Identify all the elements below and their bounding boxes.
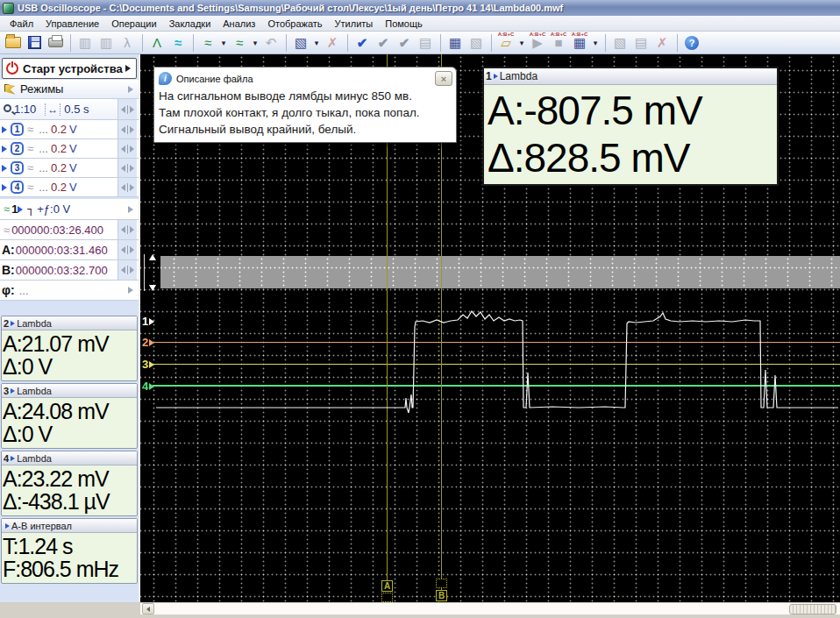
undo-icon[interactable]: ↶ bbox=[261, 33, 281, 53]
stretch-signal-icon[interactable]: ≈ bbox=[230, 33, 249, 53]
macro-stop-icon[interactable]: A:B+C ■ bbox=[549, 33, 568, 53]
cursor-b-row[interactable]: B: 000000:03:32.700 bbox=[0, 260, 139, 281]
phase-label: φ: bbox=[2, 283, 15, 297]
lambda-panel-ch4[interactable]: 4 Lambda A:23.22 mV Δ:-438.1 µV bbox=[1, 451, 138, 516]
search-signal-icon[interactable]: ▧ bbox=[466, 33, 486, 53]
macro-edit-icon[interactable]: A:B+C ▦ bbox=[570, 33, 589, 53]
cursor-b-tag[interactable]: B bbox=[436, 590, 447, 601]
stretch-signal-dropdown-icon[interactable]: ▾ bbox=[251, 33, 260, 53]
macro-open-dropdown-icon[interactable]: ▾ bbox=[517, 33, 526, 53]
panel-arrow-icon bbox=[11, 321, 15, 326]
channel-nav-arrows[interactable] bbox=[117, 139, 137, 158]
trigger-row[interactable]: ≈ 1 ┐ +ƒ:0 V bbox=[0, 199, 139, 220]
start-device-button[interactable]: Старт устройства bbox=[2, 58, 137, 79]
cursor-a-tag[interactable]: A bbox=[381, 580, 393, 592]
modes-arrow-icon[interactable] bbox=[128, 86, 133, 93]
result-close-icon[interactable]: ✗ bbox=[652, 33, 672, 53]
menu-display[interactable]: Отображать bbox=[261, 17, 328, 31]
panel-header[interactable]: 2 Lambda bbox=[2, 316, 137, 330]
channel-number-badge[interactable]: 2 bbox=[11, 142, 24, 155]
menu-operations[interactable]: Операции bbox=[105, 17, 162, 31]
cursor-b-tag-slot[interactable] bbox=[436, 579, 447, 588]
cursor-b-nav-arrows[interactable] bbox=[117, 260, 137, 280]
channel-number-badge[interactable]: 4 bbox=[11, 181, 24, 194]
panel-value-1: T:1.24 s bbox=[3, 535, 136, 558]
menu-file[interactable]: Файл bbox=[4, 17, 39, 31]
panel-arrow-icon bbox=[494, 74, 498, 79]
edit-signal-icon[interactable]: ≈ bbox=[168, 33, 188, 53]
channel-number-badge[interactable]: 3 bbox=[11, 161, 24, 174]
close-view-icon[interactable]: ✗ bbox=[323, 33, 342, 53]
panel-header[interactable]: 4 Lambda bbox=[2, 451, 137, 465]
expand-arrow-icon[interactable] bbox=[125, 65, 131, 72]
channel-nav-arrows[interactable] bbox=[117, 178, 137, 196]
save-fragment-icon[interactable]: ▥ bbox=[75, 33, 95, 53]
accept-icon[interactable]: ✔ bbox=[352, 33, 372, 53]
channel-range-value[interactable]: 0.2 bbox=[51, 181, 67, 194]
result-doc-icon[interactable]: ▤ bbox=[631, 33, 651, 53]
phase-row[interactable]: φ: ... bbox=[0, 281, 139, 301]
cursor-a-tag-slot[interactable] bbox=[381, 593, 393, 602]
signal-tools-icon[interactable]: λ bbox=[117, 33, 137, 53]
result-chart-icon[interactable]: ▧ bbox=[610, 33, 630, 53]
scale-row[interactable]: 1:10 ↔ 0.5 s bbox=[0, 99, 139, 120]
channel-nav-arrows[interactable] bbox=[117, 120, 137, 139]
modes-row[interactable]: Режимы bbox=[0, 80, 139, 99]
channel-range-value[interactable]: 0.2 bbox=[51, 161, 67, 174]
macro-play-icon[interactable]: A:B+C ▶ bbox=[528, 33, 547, 53]
menu-utilities[interactable]: Утилиты bbox=[329, 17, 380, 31]
menu-analysis[interactable]: Анализ bbox=[217, 17, 261, 31]
view-mode-icon[interactable]: ▧ bbox=[291, 33, 310, 53]
channel-1-row[interactable]: 1 ≈ ... 0.2 V bbox=[0, 120, 139, 139]
panel-value-2: Δ:0 V bbox=[3, 423, 136, 445]
panel-header[interactable]: А-В интервал bbox=[2, 519, 137, 533]
lambda-readout-values: A:-807.5 mV Δ:828.5 mV bbox=[484, 85, 777, 183]
cursor-a-nav-arrows[interactable] bbox=[117, 240, 137, 259]
channel-range-value[interactable]: 0.2 bbox=[51, 123, 67, 136]
accept-next-icon[interactable]: ✔ bbox=[374, 33, 393, 53]
scroll-left-button[interactable] bbox=[142, 603, 154, 614]
zoom-signal-dropdown-icon[interactable]: ▾ bbox=[219, 33, 228, 53]
menu-bookmarks[interactable]: Закладки bbox=[163, 17, 217, 31]
popup-close-button[interactable]: × bbox=[435, 71, 452, 86]
cursor-b-label: B: bbox=[2, 263, 15, 277]
channel-nav-arrows[interactable] bbox=[117, 159, 137, 177]
lambda-panel-ch3[interactable]: 3 Lambda A:24.08 mV Δ:0 V bbox=[1, 383, 138, 449]
channel-number-badge[interactable]: 1 bbox=[11, 123, 24, 136]
channel-2-row[interactable]: 2 ≈ ... 0.2 V bbox=[0, 139, 139, 159]
help-icon[interactable]: ? bbox=[682, 33, 701, 53]
save-fragment-as-icon[interactable]: ▥ bbox=[96, 33, 116, 53]
menu-control[interactable]: Управление bbox=[39, 17, 105, 31]
zoom-signal-icon[interactable]: ≈ bbox=[198, 33, 217, 53]
channel-3-row[interactable]: 3 ≈ ... 0.2 V bbox=[0, 159, 139, 178]
panel-header[interactable]: 3 Lambda bbox=[2, 384, 137, 398]
print-icon[interactable] bbox=[46, 33, 65, 53]
trigger-expand-icon[interactable] bbox=[128, 206, 133, 213]
view-mode-dropdown-icon[interactable]: ▾ bbox=[312, 33, 321, 53]
cursor-a-row[interactable]: A: 000000:03:31.460 bbox=[0, 240, 139, 260]
measure-panels: 2 Lambda A:21.07 mV Δ:0 V 3 Lambda bbox=[0, 316, 139, 586]
scope-display[interactable]: 1 2 3 4 A B i Описание файла × На сигнал… bbox=[140, 54, 840, 602]
channel-range-value[interactable]: 0.2 bbox=[51, 142, 67, 155]
ab-interval-panel[interactable]: А-В интервал T:1.24 s F:806.5 mHz bbox=[1, 518, 138, 584]
save-icon[interactable] bbox=[25, 33, 44, 53]
channel-4-row[interactable]: 4 ≈ ... 0.2 V bbox=[0, 178, 139, 197]
modes-icon bbox=[4, 84, 15, 95]
scale-nav-arrows[interactable] bbox=[117, 99, 137, 119]
panel-readout: A:21.07 mV Δ:0 V bbox=[2, 330, 137, 380]
single-impulse-icon[interactable]: Λ bbox=[147, 33, 167, 53]
accept-all-icon[interactable]: ✔ bbox=[395, 33, 414, 53]
macro-open-icon[interactable]: A:B+C ▱ bbox=[496, 33, 516, 53]
lambda-panel-ch2[interactable]: 2 Lambda A:21.07 mV Δ:0 V bbox=[1, 316, 138, 381]
time-nav-arrows[interactable] bbox=[117, 220, 137, 239]
time-position-row[interactable]: ≈ 000000:03:26.400 bbox=[0, 220, 139, 240]
lambda-readout-header[interactable]: 1 Lambda bbox=[484, 68, 777, 85]
horizontal-scrollbar[interactable] bbox=[140, 602, 840, 614]
select-region-icon[interactable]: ▦ bbox=[445, 33, 465, 53]
open-file-icon[interactable] bbox=[4, 33, 23, 53]
macro-edit-dropdown-icon[interactable]: ▾ bbox=[591, 33, 600, 53]
menu-help[interactable]: Помощь bbox=[379, 17, 429, 31]
report-icon[interactable]: ▤ bbox=[416, 33, 435, 53]
scroll-thumb[interactable] bbox=[789, 604, 836, 614]
phase-expand-icon[interactable] bbox=[128, 287, 133, 294]
